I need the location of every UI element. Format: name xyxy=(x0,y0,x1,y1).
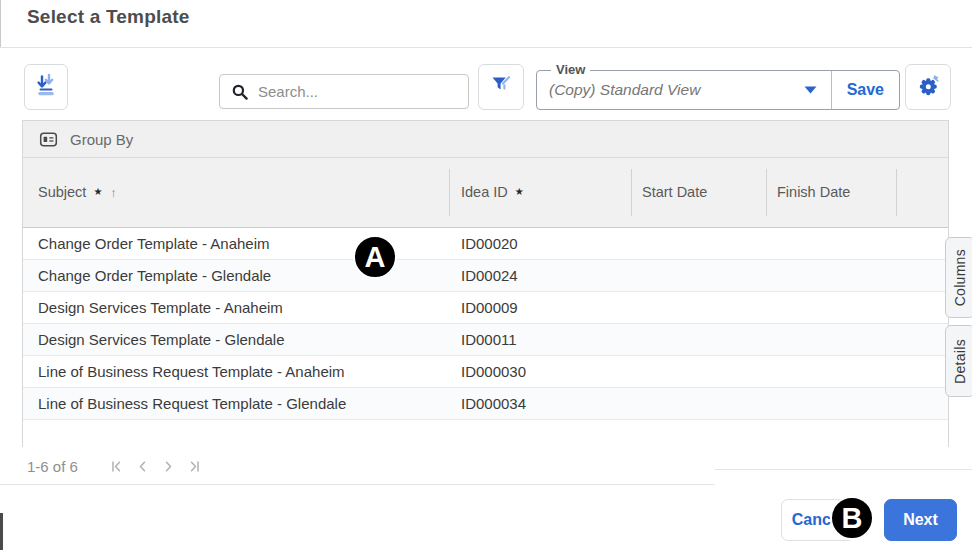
table-row[interactable]: Change Order Template - Glendale ID00024 xyxy=(23,260,948,292)
search-input[interactable] xyxy=(258,83,458,100)
import-download-icon xyxy=(33,72,59,102)
last-page-button[interactable] xyxy=(182,457,208,475)
view-selector-label: View xyxy=(551,62,590,77)
column-header-finish-date[interactable]: Finish Date xyxy=(777,184,850,200)
caret-down-icon xyxy=(804,86,817,94)
group-by-bar[interactable]: Group By xyxy=(23,121,948,158)
required-star-icon: ★ xyxy=(515,186,524,197)
annotation-marker-b: B xyxy=(830,496,874,540)
column-label: Start Date xyxy=(642,184,707,200)
view-selector: View (Copy) Standard View Save xyxy=(536,70,900,110)
table-row[interactable]: Design Services Template - Anaheim ID000… xyxy=(23,292,948,324)
cell-idea-id: ID00024 xyxy=(461,260,518,291)
import-template-button[interactable] xyxy=(24,64,68,110)
previous-page-icon xyxy=(135,459,150,474)
column-header-subject[interactable]: Subject★↑ xyxy=(38,184,117,200)
cell-subject: Change Order Template - Glendale xyxy=(38,260,271,291)
cell-subject: Design Services Template - Anaheim xyxy=(38,292,283,323)
next-button[interactable]: Next xyxy=(884,499,957,541)
cell-subject: Line of Business Request Template - Glen… xyxy=(38,388,346,419)
page-edge-fragment xyxy=(0,513,3,550)
filter-button[interactable] xyxy=(478,64,524,110)
column-label: Subject xyxy=(38,184,86,200)
column-label: Finish Date xyxy=(777,184,850,200)
pagination-range-label: 1-6 of 6 xyxy=(27,458,78,475)
cell-idea-id: ID000030 xyxy=(461,356,526,387)
dialog-left-border xyxy=(0,0,1,48)
select-template-dialog: Select a Template xyxy=(0,0,972,550)
page-title: Select a Template xyxy=(27,6,190,28)
title-separator xyxy=(0,47,972,48)
magnifier-icon xyxy=(230,82,250,102)
tab-details-label: Details xyxy=(952,339,968,384)
annotation-marker-a: A xyxy=(353,235,397,279)
grid-header-row: Subject★↑ Idea ID★ Start Date Finish Dat… xyxy=(23,158,948,228)
grouping-icon xyxy=(39,130,58,149)
previous-page-button[interactable] xyxy=(130,457,156,475)
search-input-container xyxy=(219,74,469,109)
view-dropdown-toggle[interactable] xyxy=(790,71,831,109)
last-page-icon xyxy=(187,459,202,474)
required-star-icon: ★ xyxy=(93,186,102,197)
cell-idea-id: ID00020 xyxy=(461,228,518,259)
cell-idea-id: ID00009 xyxy=(461,292,518,323)
group-by-label: Group By xyxy=(70,131,133,148)
pagination-bar: 1-6 of 6 xyxy=(27,455,208,477)
first-page-button[interactable] xyxy=(104,457,130,475)
cell-subject: Design Services Template - Glendale xyxy=(38,324,285,355)
tab-columns-label: Columns xyxy=(952,249,968,306)
footer-separator xyxy=(0,484,715,485)
table-row[interactable]: Line of Business Request Template - Anah… xyxy=(23,356,948,388)
tab-details[interactable]: Details xyxy=(945,325,972,397)
column-header-start-date[interactable]: Start Date xyxy=(642,184,707,200)
column-separator xyxy=(896,169,897,216)
cell-idea-id: ID00011 xyxy=(461,324,517,355)
next-page-icon xyxy=(161,459,176,474)
gear-icon xyxy=(915,72,942,103)
grid-settings-button[interactable] xyxy=(905,64,951,110)
table-row[interactable]: Design Services Template - Glendale ID00… xyxy=(23,324,948,356)
first-page-icon xyxy=(109,459,124,474)
sort-ascending-icon: ↑ xyxy=(110,185,117,200)
save-view-button[interactable]: Save xyxy=(832,71,899,109)
filter-funnel-icon xyxy=(488,72,514,102)
cell-subject: Line of Business Request Template - Anah… xyxy=(38,356,345,387)
column-separator xyxy=(766,169,767,216)
cell-subject: Change Order Template - Anaheim xyxy=(38,228,270,259)
column-label: Idea ID xyxy=(461,184,508,200)
table-row[interactable]: Change Order Template - Anaheim ID00020 xyxy=(23,228,948,260)
column-header-idea-id[interactable]: Idea ID★ xyxy=(461,184,524,200)
template-grid: Group By Subject★↑ Idea ID★ Start Date F… xyxy=(22,120,949,447)
cell-idea-id: ID000034 xyxy=(461,388,526,419)
tab-columns[interactable]: Columns xyxy=(945,237,972,318)
table-row[interactable]: Line of Business Request Template - Glen… xyxy=(23,388,948,420)
column-separator xyxy=(631,169,632,216)
next-page-button[interactable] xyxy=(156,457,182,475)
column-separator xyxy=(449,169,450,216)
